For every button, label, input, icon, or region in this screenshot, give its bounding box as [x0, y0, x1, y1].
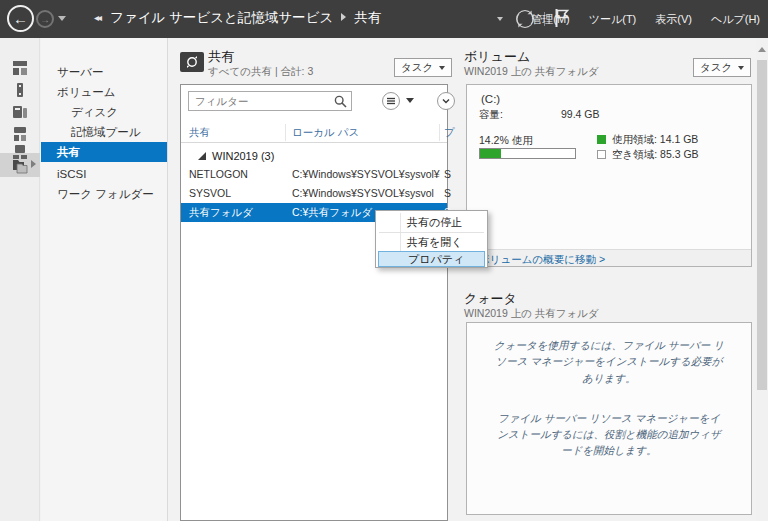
table-row-sysvol[interactable]: SYSVOL C:¥Windows¥SYSVOL¥sysvol S — [181, 184, 447, 203]
back-button[interactable]: ← — [7, 5, 34, 32]
breadcrumb-collapse-icon[interactable]: ◂◂ — [94, 12, 100, 23]
shares-panel-icon — [180, 52, 204, 72]
refresh-dropdown-caret-icon[interactable] — [497, 17, 503, 21]
legend-free-swatch — [597, 150, 606, 159]
sidebar-nav: サーバー ボリューム ディスク 記憶域プール 共有 iSCSI ワーク フォルダ… — [41, 38, 167, 521]
shares-table-header: 共有 ローカル パス プ — [181, 122, 447, 143]
shares-tasks-label: タスク — [401, 61, 433, 75]
filter-input[interactable] — [188, 91, 352, 111]
menu-tools[interactable]: ツール(T) — [589, 12, 637, 27]
quota-panel-title: クォータ — [464, 290, 517, 308]
servers-group-icon[interactable] — [12, 126, 28, 142]
volume-drive-letter: (C:) — [481, 93, 500, 105]
menu-view[interactable]: 表示(V) — [655, 12, 692, 27]
cell-share-name: SYSVOL — [189, 184, 287, 203]
local-server-icon[interactable] — [12, 82, 28, 98]
breadcrumb-separator-icon — [341, 13, 346, 21]
scrollbar-up-arrow-icon[interactable] — [758, 47, 766, 52]
menu-help[interactable]: ヘルプ(H) — [711, 12, 760, 27]
cell-local-path: C:¥Windows¥SYSVOL¥sysvol¥exa... — [292, 165, 440, 184]
context-menu-item-properties[interactable]: プロパティ — [378, 251, 485, 267]
usage-progress-bar — [479, 148, 576, 159]
sidebar-item-servers[interactable]: サーバー — [41, 62, 167, 82]
history-dropdown-caret-icon[interactable] — [58, 16, 66, 21]
sidebar-item-storage-pools[interactable]: 記憶域プール — [41, 122, 167, 142]
volume-tasks-label: タスク — [700, 61, 732, 75]
cell-share-name: NETLOGON — [189, 165, 287, 184]
file-storage-services-icon[interactable] — [12, 157, 28, 173]
used-percent-label: 14.2% 使用 — [479, 134, 533, 148]
section-expand-arrow-icon[interactable] — [31, 160, 36, 168]
column-separator — [439, 124, 440, 141]
all-servers-icon[interactable] — [12, 104, 28, 120]
volume-tasks-button[interactable]: タスク — [693, 58, 751, 77]
collapse-panel-button[interactable] — [437, 92, 455, 110]
view-options-caret-icon[interactable] — [406, 98, 414, 103]
context-menu: 共有の停止 共有を開く プロパティ — [375, 210, 488, 268]
cell-share-name: 共有フォルダ — [189, 203, 287, 222]
volume-footer: ボリュームの概要に移動 > — [467, 249, 751, 266]
server-group-row[interactable]: WIN2019 (3) — [181, 147, 447, 165]
nav-divider — [167, 38, 168, 521]
shares-panel-title: 共有 — [208, 48, 234, 66]
group-expanded-icon[interactable] — [198, 152, 206, 160]
quota-message-1: クォータを使用するには、ファイル サーバー リソース マネージャーをインストール… — [493, 337, 725, 386]
chevron-down-icon — [441, 96, 451, 106]
capacity-value: 99.4 GB — [561, 108, 600, 120]
context-menu-separator — [379, 232, 484, 233]
dashboard-icon[interactable] — [12, 60, 28, 76]
legend-free-label: 空き領域: 85.3 GB — [612, 148, 699, 162]
context-menu-item-stop-share[interactable]: 共有の停止 — [378, 214, 485, 230]
view-options-button[interactable] — [382, 92, 400, 110]
volume-panel-title: ボリューム — [464, 48, 530, 66]
cell-local-path: C:¥Windows¥SYSVOL¥sysvol — [292, 184, 440, 203]
title-bar: ← → ◂◂ ファイル サービスと記憶域サービス共有 管理(M) — [0, 0, 768, 38]
column-header-local-path[interactable]: ローカル パス — [292, 122, 359, 143]
menu-manage[interactable]: 管理(M) — [531, 12, 570, 27]
legend-used-label: 使用領域: 14.1 GB — [612, 133, 698, 147]
table-row-netlogon[interactable]: NETLOGON C:¥Windows¥SYSVOL¥sysvol¥exa...… — [181, 165, 447, 184]
column-header-share[interactable]: 共有 — [189, 122, 210, 143]
sidebar-item-volumes[interactable]: ボリューム — [41, 82, 167, 102]
sidebar-item-work-folders[interactable]: ワーク フォルダー — [41, 184, 167, 204]
breadcrumb-root[interactable]: ファイル サービスと記憶域サービス — [110, 10, 333, 25]
breadcrumb-current[interactable]: 共有 — [354, 10, 381, 25]
chevron-down-icon — [439, 66, 445, 70]
group-label: WIN2019 (3) — [212, 147, 274, 165]
back-arrow-icon: ← — [13, 10, 28, 27]
volume-panel-subtitle: WIN2019 上の 共有フォルダ — [464, 65, 599, 79]
legend-used-swatch — [597, 135, 606, 144]
scrollbar-thumb[interactable] — [757, 60, 767, 390]
usage-progress-fill — [480, 149, 501, 158]
sidebar-item-disks[interactable]: ディスク — [41, 102, 167, 122]
list-icon — [386, 96, 396, 106]
share-sync-icon — [185, 55, 199, 69]
cell-protocol: S — [444, 165, 454, 184]
sidebar-icon-strip — [0, 38, 40, 521]
shares-list-box: 共有 ローカル パス プ WIN2019 (3) NETLOGON C:¥Win… — [180, 84, 448, 521]
volume-overview-link[interactable]: ボリュームの概要に移動 > — [479, 253, 605, 265]
server-manager-window: ← → ◂◂ ファイル サービスと記憶域サービス共有 管理(M) — [0, 0, 768, 521]
column-header-protocol[interactable]: プ — [444, 122, 455, 143]
quota-message-2: ファイル サーバー リソース マネージャーをインストールするには、役割と機能の追… — [493, 410, 725, 459]
search-icon[interactable] — [334, 95, 347, 108]
cell-protocol: S — [444, 184, 454, 203]
chevron-down-icon — [738, 66, 744, 70]
capacity-label: 容量: — [479, 108, 503, 122]
shares-tasks-button[interactable]: タスク — [394, 58, 452, 77]
quota-detail-box: クォータを使用するには、ファイル サーバー リソース マネージャーをインストール… — [466, 322, 752, 515]
forward-arrow-icon: → — [40, 14, 50, 25]
context-menu-item-open-share[interactable]: 共有を開く — [378, 234, 485, 250]
breadcrumb: ファイル サービスと記憶域サービス共有 — [110, 9, 381, 27]
sidebar-item-shares[interactable]: 共有 — [41, 142, 167, 162]
menu-bar: 管理(M) ツール(T) 表示(V) ヘルプ(H) — [531, 0, 760, 38]
column-separator — [285, 124, 286, 141]
shares-panel-subtitle: すべての共有 | 合計: 3 — [208, 65, 313, 79]
quota-panel-subtitle: WIN2019 上の 共有フォルダ — [464, 307, 599, 321]
sidebar-item-iscsi[interactable]: iSCSI — [41, 164, 167, 184]
forward-button[interactable]: → — [36, 10, 54, 28]
volume-detail-box: (C:) 容量: 99.4 GB 14.2% 使用 使用領域: 14.1 GB … — [466, 84, 752, 267]
